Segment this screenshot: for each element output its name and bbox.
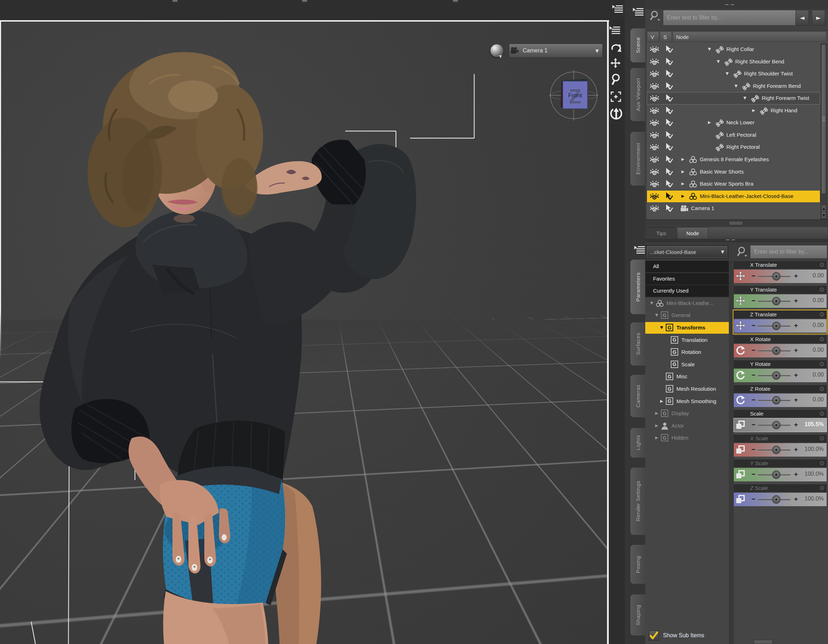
visibility-eye-icon[interactable] <box>649 57 660 67</box>
scene-scrollbar[interactable]: ▲ ▼ <box>820 44 827 219</box>
parameter-category-row[interactable]: GRotation <box>645 346 729 358</box>
panel-grip[interactable] <box>730 4 735 6</box>
gear-icon[interactable]: ⚙ <box>819 385 825 393</box>
parameter-category-row[interactable]: GScale <box>645 359 729 371</box>
scene-tree-row[interactable]: Right Pectoral <box>647 141 820 153</box>
show-sub-items[interactable]: Show Sub Items <box>649 631 704 641</box>
slider-knob[interactable] <box>772 272 781 281</box>
slider-value[interactable]: 100.0% <box>804 471 824 477</box>
parameter-category-row[interactable]: ▶GHidden <box>645 432 729 444</box>
decrement-button[interactable]: − <box>751 446 756 454</box>
slider-value[interactable]: 105.5% <box>804 421 824 427</box>
scene-tree-row[interactable]: ▶Basic Wear Shorts <box>647 166 820 178</box>
expand-arrow-icon[interactable]: ▼ <box>743 96 746 100</box>
3d-viewport[interactable]: Z Front ▼ Camera 1 ▼ <box>0 20 607 644</box>
slider-value[interactable]: 0.00 <box>813 272 824 279</box>
decrement-button[interactable]: − <box>751 272 756 280</box>
slider-knob[interactable] <box>772 322 781 330</box>
visibility-eye-icon[interactable] <box>649 155 660 165</box>
expand-arrow-icon[interactable]: ▼ <box>734 83 737 88</box>
visibility-eye-icon[interactable] <box>649 94 660 104</box>
tab-render-settings[interactable]: Render Settings <box>630 468 645 535</box>
slider-knob[interactable] <box>772 470 781 479</box>
increment-button[interactable]: + <box>794 495 798 503</box>
slider-knob[interactable] <box>772 346 781 355</box>
visibility-eye-icon[interactable] <box>649 204 660 214</box>
expand-arrow-icon[interactable]: ▶ <box>708 120 711 125</box>
slider-value[interactable]: 100.0% <box>804 446 824 452</box>
parameters-divider[interactable] <box>729 261 734 644</box>
increment-button[interactable]: + <box>794 322 798 330</box>
pane-menu-icon[interactable] <box>632 7 644 16</box>
scene-tree-row[interactable]: ▼Right Collar <box>647 44 820 55</box>
pan-icon[interactable] <box>610 57 624 72</box>
increment-button[interactable]: + <box>794 446 798 454</box>
gear-icon[interactable]: ⚙ <box>819 484 825 492</box>
increment-button[interactable]: + <box>794 470 798 478</box>
slider-knob[interactable] <box>772 371 781 380</box>
gear-icon[interactable]: ⚙ <box>819 410 825 417</box>
selectable-cursor-icon[interactable] <box>663 130 674 140</box>
bottom-tab-tips[interactable]: Tips <box>646 227 676 239</box>
selectable-cursor-icon[interactable] <box>663 155 674 165</box>
expand-arrow-icon[interactable]: ▶ <box>681 181 684 186</box>
tab-scene[interactable]: Scene <box>630 28 645 62</box>
increment-button[interactable]: + <box>794 421 798 429</box>
tab-aux-viewport[interactable]: Aux Viewport <box>630 68 645 121</box>
slider-rail[interactable]: − + 0.00 <box>734 344 826 357</box>
selectable-cursor-icon[interactable] <box>663 179 674 189</box>
decrement-button[interactable]: − <box>751 322 756 330</box>
column-header-selectable[interactable]: S <box>660 31 672 42</box>
scene-tree-row[interactable]: Left Pectoral <box>647 129 820 141</box>
camera-selector[interactable]: Camera 1 ▼ <box>509 44 603 58</box>
parameter-category-row[interactable]: All <box>645 261 729 273</box>
parameter-category-row[interactable]: GMesh Resolution <box>645 383 729 395</box>
scene-tree-row[interactable]: ▶Right Hand <box>647 105 820 116</box>
scrollbar-up-button[interactable]: ▲ <box>821 205 826 212</box>
bottom-tab-node[interactable]: Node <box>677 227 708 239</box>
scene-tree-row[interactable]: ▶Genesis 8 Female Eyelashes <box>647 154 820 165</box>
slider-rail[interactable]: − + 100.0% <box>734 443 826 457</box>
visibility-eye-icon[interactable] <box>649 82 660 91</box>
selectable-cursor-icon[interactable] <box>663 192 674 201</box>
gear-icon[interactable]: ⚙ <box>819 435 825 442</box>
visibility-eye-icon[interactable] <box>649 118 660 128</box>
selectable-cursor-icon[interactable] <box>663 142 674 152</box>
expand-arrow-icon[interactable]: ▶ <box>655 411 658 416</box>
parameter-category-row[interactable]: GMisc <box>645 371 729 383</box>
slider-rail[interactable]: − + 0.00 <box>734 369 826 382</box>
tab-lights[interactable]: Lights <box>630 428 645 458</box>
slider-knob[interactable] <box>772 297 781 305</box>
orientation-cube[interactable]: Z Front <box>548 70 599 121</box>
decrement-button[interactable]: − <box>751 495 756 503</box>
tab-cameras[interactable]: Cameras <box>630 375 645 417</box>
tab-parameters[interactable]: Parameters <box>630 260 645 314</box>
expand-arrow-icon[interactable]: ▶ <box>660 399 663 404</box>
tab-surfaces[interactable]: Surfaces <box>630 322 645 366</box>
slider-value[interactable]: 0.00 <box>813 396 824 403</box>
tab-environment[interactable]: Environment <box>630 132 645 185</box>
slider-rail[interactable]: − + 0.00 <box>734 294 826 308</box>
slider-value[interactable]: 0.00 <box>813 322 824 328</box>
visibility-eye-icon[interactable] <box>649 45 660 55</box>
selectable-cursor-icon[interactable] <box>663 167 674 177</box>
increment-button[interactable]: + <box>794 371 798 379</box>
gear-icon[interactable]: ⚙ <box>819 335 825 343</box>
slider-rail[interactable]: − + 0.00 <box>734 394 826 407</box>
gear-icon[interactable]: ⚙ <box>819 261 825 269</box>
filter-next-button[interactable]: ► <box>812 10 825 25</box>
gear-icon[interactable]: ⚙ <box>819 459 825 467</box>
tab-shaping[interactable]: Shaping <box>630 594 645 636</box>
expand-arrow-icon[interactable]: ▼ <box>655 313 658 317</box>
parameter-category-row[interactable]: ▶GDisplay <box>645 408 729 419</box>
expand-arrow-icon[interactable]: ▼ <box>708 47 711 51</box>
scene-scrollbar-thumb[interactable] <box>821 44 826 194</box>
tab-posing[interactable]: Posing <box>630 545 645 584</box>
selectable-cursor-icon[interactable] <box>663 118 674 128</box>
column-header-visible[interactable]: V <box>647 31 659 42</box>
pane-menu-icon[interactable] <box>612 4 623 13</box>
parameter-category-row[interactable]: ▼GGeneral <box>645 309 729 321</box>
parameter-category-row[interactable]: Favorites <box>645 273 729 286</box>
scene-tree-row[interactable]: ▼Right Forearm Bend <box>647 80 820 92</box>
scrollbar-down-button[interactable]: ▼ <box>821 212 826 218</box>
